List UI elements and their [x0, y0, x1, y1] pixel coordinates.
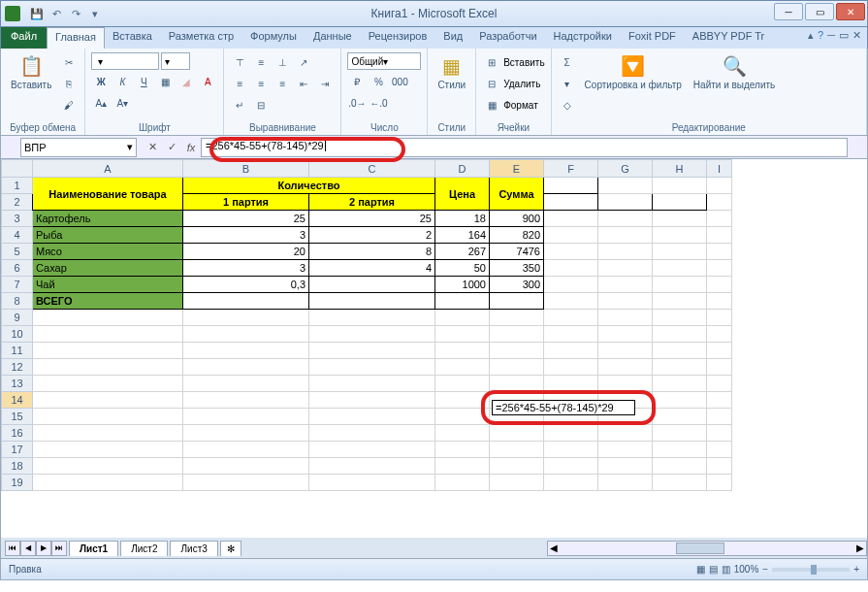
cell[interactable]	[490, 293, 544, 310]
col-header-F[interactable]: F	[544, 160, 598, 178]
row-header[interactable]: 6	[2, 260, 33, 277]
sheet-nav-next-icon[interactable]: ▶	[36, 541, 51, 556]
minimize-button[interactable]: ─	[774, 3, 803, 20]
col-header-A[interactable]: A	[33, 160, 183, 178]
col-header-H[interactable]: H	[653, 160, 707, 178]
tab-foxit[interactable]: Foxit PDF	[621, 27, 685, 49]
format-painter-icon[interactable]: 🖌	[59, 95, 79, 115]
row-header[interactable]: 19	[2, 475, 33, 491]
paste-button[interactable]: 📋Вставить	[7, 52, 55, 92]
zoom-level[interactable]: 100%	[734, 564, 759, 575]
col-header-E[interactable]: E	[490, 160, 544, 178]
indent-inc-icon[interactable]: ⇥	[315, 74, 335, 93]
cell[interactable]	[309, 293, 435, 310]
tab-home[interactable]: Главная	[47, 27, 105, 49]
row-header[interactable]: 7	[2, 277, 33, 293]
row-header[interactable]: 10	[2, 326, 33, 343]
cell[interactable]: Количество	[183, 178, 435, 194]
col-header-G[interactable]: G	[598, 160, 653, 178]
new-sheet-button[interactable]: ✻	[220, 541, 241, 556]
copy-icon[interactable]: ⎘	[59, 74, 79, 93]
row-header[interactable]: 2	[2, 194, 33, 211]
cell[interactable]: 1000	[435, 277, 490, 293]
cancel-formula-icon[interactable]: ✕	[143, 138, 162, 157]
row-header[interactable]: 8	[2, 293, 33, 310]
col-header-D[interactable]: D	[435, 160, 490, 178]
fill-color-icon[interactable]: ◢	[177, 72, 196, 91]
cell[interactable]: Наименование товара	[33, 178, 183, 211]
cell[interactable]: 820	[490, 227, 544, 244]
row-header[interactable]: 3	[2, 211, 33, 227]
sheet-nav-last-icon[interactable]: ⏭	[51, 541, 67, 556]
align-center-icon[interactable]: ≡	[251, 74, 271, 93]
font-size-combo[interactable]: ▾	[161, 52, 190, 70]
comma-icon[interactable]: 000	[390, 72, 409, 91]
tab-abbyy[interactable]: ABBYY PDF Tr	[685, 27, 773, 49]
cell[interactable]: 0,3	[183, 277, 309, 293]
zoom-in-button[interactable]: +	[853, 564, 859, 575]
cell[interactable]: 3	[183, 260, 309, 277]
sheet-nav-prev-icon[interactable]: ◀	[20, 541, 36, 556]
cell[interactable]: 25	[309, 211, 435, 227]
cell[interactable]	[309, 277, 435, 293]
align-right-icon[interactable]: ≡	[273, 74, 292, 93]
bold-button[interactable]: Ж	[91, 72, 111, 91]
cell-edit-overlay[interactable]: =256*45-55+(78-145)*29	[492, 400, 635, 415]
cell[interactable]: 267	[435, 244, 490, 260]
indent-dec-icon[interactable]: ⇤	[294, 74, 313, 93]
tab-view[interactable]: Вид	[435, 27, 471, 49]
cell[interactable]: 300	[490, 277, 544, 293]
cut-icon[interactable]: ✂	[59, 52, 79, 72]
sheet-nav-first-icon[interactable]: ⏮	[5, 541, 20, 556]
cell[interactable]: 350	[490, 260, 544, 277]
number-format-combo[interactable]: Общий ▾	[347, 52, 421, 70]
select-all-corner[interactable]	[2, 160, 33, 178]
find-select-button[interactable]: 🔍Найти и выделить	[690, 52, 779, 92]
cell[interactable]: 3	[183, 227, 309, 244]
cell[interactable]: Чай	[33, 277, 183, 293]
cell[interactable]: 2 партия	[309, 194, 435, 211]
sort-filter-button[interactable]: 🔽Сортировка и фильтр	[581, 52, 686, 92]
maximize-button[interactable]: ▭	[805, 3, 834, 20]
font-name-combo[interactable]: ▾	[91, 52, 159, 70]
dec-decimal-icon[interactable]: ←.0	[369, 93, 388, 113]
font-color-icon[interactable]: A	[198, 72, 217, 91]
percent-icon[interactable]: %	[369, 72, 388, 91]
row-header[interactable]: 11	[2, 343, 33, 359]
cell[interactable]: Мясо	[33, 244, 183, 260]
merge-icon[interactable]: ⊟	[251, 95, 271, 115]
cell[interactable]: 4	[309, 260, 435, 277]
worksheet[interactable]: A B C D E F G H I 1Наименование товараКо…	[0, 159, 868, 538]
view-break-icon[interactable]: ▥	[722, 564, 730, 575]
sheet-tab[interactable]: Лист2	[120, 541, 168, 556]
cell[interactable]: 7476	[490, 244, 544, 260]
delete-cells-icon[interactable]: ⊟	[482, 74, 501, 93]
cell[interactable]: Сахар	[33, 260, 183, 277]
shrink-font-icon[interactable]: A▾	[113, 93, 132, 113]
align-top-icon[interactable]: ⊤	[230, 52, 249, 72]
align-left-icon[interactable]: ≡	[230, 74, 249, 93]
zoom-slider[interactable]	[772, 568, 850, 572]
tab-formulas[interactable]: Формулы	[242, 27, 305, 49]
row-header[interactable]: 17	[2, 442, 33, 458]
cell[interactable]: 2	[309, 227, 435, 244]
cell[interactable]: 20	[183, 244, 309, 260]
doc-min-icon[interactable]: ─	[827, 29, 835, 47]
sheet-tab[interactable]: Лист1	[69, 541, 118, 556]
save-icon[interactable]: 💾	[28, 5, 46, 22]
cell[interactable]: 1 партия	[183, 194, 309, 211]
underline-button[interactable]: Ч	[134, 72, 153, 91]
zoom-out-button[interactable]: −	[762, 564, 768, 575]
format-cells-icon[interactable]: ▦	[482, 95, 501, 115]
row-header[interactable]: 18	[2, 458, 33, 475]
col-header-B[interactable]: B	[183, 160, 309, 178]
styles-button[interactable]: ▦Стили	[434, 52, 469, 92]
cell[interactable]	[183, 293, 309, 310]
file-tab[interactable]: Файл	[1, 27, 47, 49]
currency-icon[interactable]: ₽	[347, 72, 367, 91]
border-icon[interactable]: ▦	[155, 72, 175, 91]
doc-close-icon[interactable]: ✕	[852, 29, 861, 47]
fx-icon[interactable]: fx	[181, 138, 201, 157]
row-header[interactable]: 9	[2, 310, 33, 326]
fill-icon[interactable]: ▾	[558, 74, 577, 93]
